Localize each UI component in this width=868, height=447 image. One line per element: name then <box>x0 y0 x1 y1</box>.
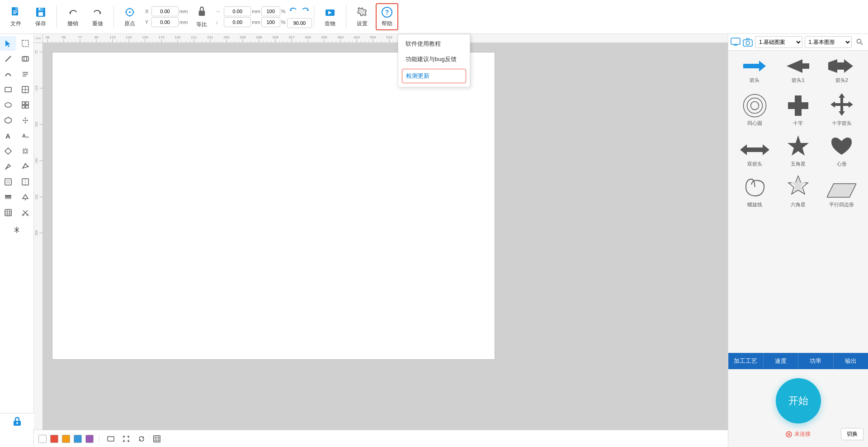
layers-tool[interactable] <box>0 190 16 204</box>
bottom-transform-btn[interactable] <box>120 433 132 445</box>
shape-arrow2[interactable]: 箭头2 <box>824 55 860 86</box>
grid-tool[interactable] <box>17 98 33 112</box>
help-feedback-item[interactable]: 功能建议与bug反馈 <box>398 52 470 67</box>
text-tool[interactable]: A <box>0 128 16 143</box>
ellipse-tool[interactable] <box>0 98 16 112</box>
redo-button[interactable]: 重做 <box>86 3 109 30</box>
file-button[interactable]: 文件 <box>5 3 27 30</box>
table-tool[interactable] <box>0 205 16 220</box>
crop-tool[interactable] <box>17 144 33 158</box>
left-toolbar: A A <box>0 34 34 447</box>
shape-double-arrow-label: 双箭头 <box>747 161 762 167</box>
help-button[interactable]: ? 帮助 <box>376 3 398 30</box>
align-tool[interactable] <box>17 67 33 81</box>
svg-rect-39 <box>26 102 28 105</box>
shape-concentric[interactable]: 同心圆 <box>736 91 773 128</box>
cut-tool[interactable] <box>17 205 33 220</box>
rect-tool[interactable] <box>0 82 16 97</box>
curve-tool[interactable] <box>0 67 16 81</box>
svg-text:115: 115 <box>109 35 116 39</box>
camera-icon[interactable] <box>743 37 753 47</box>
create-button[interactable]: 造物 <box>319 3 341 30</box>
start-button[interactable]: 开始 <box>776 378 821 423</box>
svg-marker-50 <box>5 148 11 154</box>
shapes-grid: 箭头 箭头1 箭头2 <box>728 51 868 214</box>
help-tutorial-item[interactable]: 软件使用教程 <box>398 36 470 52</box>
svg-text:308: 308 <box>272 35 278 39</box>
shape-cross[interactable]: 十字 <box>780 91 816 128</box>
canvas-area[interactable]: mm 3858779611513415417319221123125026928… <box>34 34 728 447</box>
scatter-tool[interactable] <box>9 223 25 237</box>
layer-copy-tool[interactable] <box>17 52 33 66</box>
canvas-content[interactable] <box>43 43 728 447</box>
undo-button[interactable]: 撤销 <box>61 3 84 30</box>
color-orange[interactable] <box>62 435 70 443</box>
svg-marker-63 <box>23 195 28 199</box>
shape-arrow[interactable]: 箭头 <box>736 55 773 86</box>
svg-text:519: 519 <box>386 35 392 39</box>
shape-spiral[interactable]: 螺旋线 <box>736 173 773 210</box>
bottom-refresh-btn[interactable] <box>136 433 147 445</box>
tab-output[interactable]: 输出 <box>834 353 868 369</box>
w-input[interactable] <box>224 6 251 16</box>
tab-speed[interactable]: 速度 <box>764 353 799 369</box>
color-white[interactable] <box>38 435 47 443</box>
help-label: 帮助 <box>382 20 392 28</box>
svg-point-45 <box>25 122 26 124</box>
select-tool[interactable] <box>0 36 16 51</box>
settings-button[interactable]: 设置 <box>351 3 373 30</box>
bottom-grid-btn[interactable] <box>151 433 163 445</box>
svg-text:250: 250 <box>223 35 230 39</box>
svg-marker-248 <box>788 95 808 116</box>
color-purple[interactable] <box>85 435 94 443</box>
save-button[interactable]: 保存 <box>29 3 52 30</box>
pen-edit-tool[interactable] <box>17 159 33 174</box>
dots-tool[interactable] <box>17 113 33 128</box>
layer-tool2[interactable] <box>17 190 33 204</box>
origin-label: 原点 <box>124 20 135 28</box>
lock-ratio-button[interactable]: 等比 <box>192 3 212 30</box>
svg-text:211: 211 <box>191 35 197 39</box>
color-red[interactable] <box>50 435 58 443</box>
shape-category-dropdown[interactable]: 1.基础图案 <box>755 36 802 48</box>
angle-input[interactable] <box>287 18 312 28</box>
text-path-tool[interactable]: A <box>17 128 33 143</box>
x-input[interactable] <box>151 6 179 16</box>
transform2-tool[interactable] <box>17 175 33 189</box>
w-percent[interactable] <box>261 6 280 16</box>
y-input[interactable] <box>151 17 179 27</box>
shape-type-dropdown[interactable]: 1.基本图形 <box>805 36 852 48</box>
svg-text:134: 134 <box>126 35 132 39</box>
transform-tool[interactable] <box>0 175 16 189</box>
h-percent[interactable] <box>261 17 280 27</box>
rotate-ccw-icon[interactable] <box>288 6 298 16</box>
polygon-tool[interactable] <box>0 113 16 128</box>
switch-button[interactable]: 切换 <box>841 428 863 440</box>
help-update-item[interactable]: 检测更新 <box>402 69 466 83</box>
select-rect-tool[interactable] <box>17 36 33 51</box>
shape-arrow1[interactable]: 箭头1 <box>780 55 816 86</box>
rotate-cw-icon[interactable] <box>300 6 310 16</box>
spacer <box>728 214 868 353</box>
line-tool[interactable] <box>0 52 16 66</box>
svg-rect-58 <box>22 179 28 185</box>
canvas-paper[interactable] <box>52 52 495 360</box>
shape-star[interactable]: 五角星 <box>780 132 816 169</box>
layer-r-tool[interactable] <box>17 82 33 97</box>
shape-parallelogram[interactable]: 平行四边形 <box>824 180 860 210</box>
shape-double-arrow[interactable]: 双箭头 <box>736 139 773 169</box>
search-button[interactable] <box>854 36 866 48</box>
shape-hexstar[interactable]: 六角星 <box>780 173 816 210</box>
shape-heart[interactable]: 心形 <box>824 132 860 169</box>
bottom-rect-btn[interactable] <box>105 433 117 445</box>
color-blue[interactable] <box>74 435 82 443</box>
bottom-lock-container <box>0 413 34 429</box>
diamond-tool[interactable] <box>0 144 16 158</box>
svg-rect-7 <box>38 12 43 16</box>
shape-cross-arrow[interactable]: 十字箭头 <box>824 89 860 128</box>
h-input[interactable] <box>224 17 251 27</box>
pen-tool[interactable] <box>0 159 16 174</box>
tab-power[interactable]: 功率 <box>798 353 834 369</box>
origin-button[interactable]: 原点 <box>118 3 141 30</box>
tab-process[interactable]: 加工工艺 <box>728 353 764 369</box>
